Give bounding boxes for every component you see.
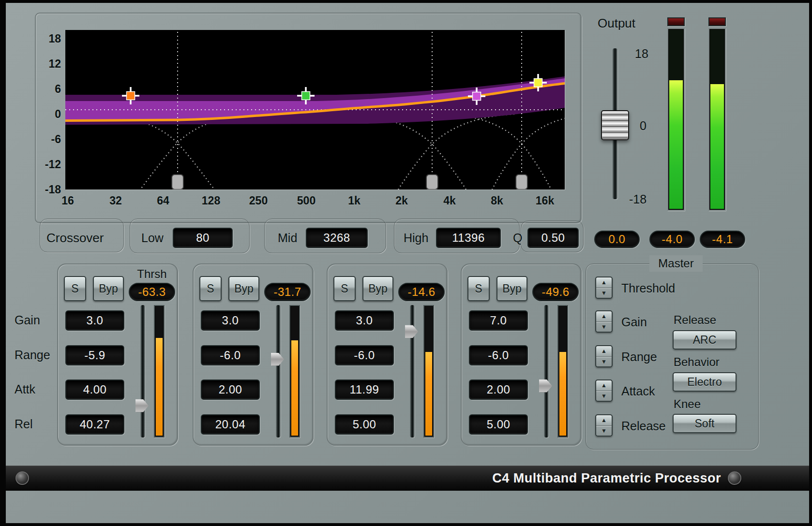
band3-solo-button[interactable]: S (333, 276, 356, 301)
wavesystem-button-left[interactable] (15, 471, 29, 485)
crossover-mid-label: Mid (278, 231, 297, 245)
clip-led-right[interactable] (708, 17, 726, 26)
x-axis-tick-label: 8k (480, 193, 514, 208)
band2-threshold-slider[interactable] (270, 305, 286, 438)
band1-bypass-button[interactable]: Byp (93, 276, 124, 301)
output-meter-left (667, 28, 685, 211)
band4-range-value[interactable]: -6.0 (469, 345, 528, 365)
output-meter-left-readout[interactable]: -4.0 (649, 231, 695, 248)
band4-meter-fill (559, 352, 566, 436)
crossover-q-value[interactable]: 0.50 (527, 228, 579, 248)
y-axis-tick-label: 6 (37, 82, 61, 96)
band4-attack-value[interactable]: 2.00 (469, 380, 528, 400)
band2-gain-reduction-meter (289, 305, 300, 438)
crossover-mid-value[interactable]: 3268 (306, 228, 368, 248)
output-meter-left-fill (669, 80, 683, 209)
band1-attack-value[interactable]: 4.00 (65, 380, 124, 400)
behavior-button[interactable]: Electro (673, 372, 737, 392)
slider-handle[interactable] (271, 353, 284, 366)
behavior-label: Behavior (674, 355, 720, 369)
spinner-up-icon[interactable]: ▲ (596, 346, 612, 357)
band1-gain-reduction-meter (154, 305, 165, 438)
band2-gain-value[interactable]: 3.0 (201, 310, 260, 331)
spinner-up-icon[interactable]: ▲ (596, 415, 612, 426)
band3-threshold-value[interactable]: -14.6 (398, 283, 445, 301)
slider-track (410, 305, 415, 438)
output-meter-right-readout[interactable]: -4.1 (700, 231, 745, 248)
y-axis-tick-label: 18 (37, 31, 61, 46)
band3-gain-value[interactable]: 3.0 (335, 310, 394, 331)
master-release-spinner[interactable]: ▲ ▼ (595, 414, 613, 437)
crossover-high-value[interactable]: 11396 (436, 228, 501, 248)
band1-gain-value[interactable]: 3.0 (65, 310, 124, 331)
band3-threshold-slider[interactable] (404, 305, 421, 438)
spinner-up-icon[interactable]: ▲ (596, 380, 612, 391)
band2-release-value[interactable]: 20.04 (201, 414, 260, 435)
band3-attack-value[interactable]: 11.99 (335, 380, 394, 400)
band2-attack-value[interactable]: 2.00 (201, 380, 260, 400)
band4-threshold-slider[interactable] (538, 305, 555, 438)
band2-bypass-button[interactable]: Byp (228, 276, 259, 301)
x-axis-tick-label: 1k (337, 193, 371, 208)
title-bar: C4 Multiband Parametric Processor (6, 466, 809, 491)
band2-solo-button[interactable]: S (199, 276, 222, 301)
band3-range-value[interactable]: -6.0 (335, 345, 394, 365)
spinner-up-icon[interactable]: ▲ (596, 311, 612, 322)
band3-meter-fill (425, 352, 432, 436)
spinner-down-icon[interactable]: ▼ (596, 391, 612, 401)
range-row-label: Range (15, 348, 50, 362)
release-mode-button[interactable]: ARC (673, 330, 737, 350)
spinner-down-icon[interactable]: ▼ (596, 322, 612, 332)
band1-range-value[interactable]: -5.9 (65, 345, 124, 365)
output-fader-knob[interactable] (601, 110, 629, 140)
band4-panel: S Byp -49.6 7.0 -6.0 2.00 5.00 (461, 263, 582, 446)
knee-button[interactable]: Soft (673, 414, 737, 433)
band2-threshold-value[interactable]: -31.7 (264, 283, 311, 301)
band4-bypass-button[interactable]: Byp (496, 276, 527, 301)
band2-range-value[interactable]: -6.0 (201, 345, 260, 365)
slider-handle[interactable] (539, 380, 552, 393)
band1-threshold-value[interactable]: -63.3 (129, 283, 175, 301)
spinner-up-icon[interactable]: ▲ (596, 278, 612, 288)
band4-threshold-value[interactable]: -49.6 (532, 283, 579, 301)
band1-release-value[interactable]: 40.27 (65, 414, 124, 435)
band1-threshold-slider[interactable] (135, 305, 151, 438)
band3-release-value[interactable]: 5.00 (335, 414, 394, 435)
spinner-down-icon[interactable]: ▼ (596, 426, 612, 436)
band4-gain-value[interactable]: 7.0 (469, 310, 528, 331)
spinner-down-icon[interactable]: ▼ (596, 288, 612, 298)
output-fader-readout[interactable]: 0.0 (594, 231, 640, 248)
crossover-low-value[interactable]: 80 (173, 228, 233, 248)
crossover-low-label: Low (141, 231, 164, 245)
clip-led-left[interactable] (667, 17, 685, 26)
band4-release-value[interactable]: 5.00 (469, 414, 528, 435)
band3-gain-reduction-meter (423, 305, 434, 438)
master-threshold-spinner[interactable]: ▲ ▼ (595, 277, 613, 299)
x-axis-tick-label: 250 (241, 193, 275, 208)
x-axis-tick-label: 2k (385, 193, 419, 208)
x-axis-tick-label: 32 (99, 193, 133, 208)
fader-scale-mid: 0 (640, 119, 647, 133)
master-gain-spinner[interactable]: ▲ ▼ (595, 310, 613, 333)
x-axis-tick-label: 128 (194, 193, 228, 208)
crossover-filter-curves (92, 113, 565, 190)
band1-solo-button[interactable]: S (64, 276, 86, 301)
slider-handle[interactable] (135, 399, 149, 412)
slider-track (276, 305, 281, 438)
master-section-label: Master (649, 255, 703, 272)
x-axis-tick-label: 16k (528, 193, 562, 208)
band4-solo-button[interactable]: S (467, 276, 490, 301)
master-attack-label: Attack (621, 384, 655, 398)
master-range-label: Range (621, 350, 657, 364)
wavesystem-button-right[interactable] (728, 471, 741, 485)
band3-bypass-button[interactable]: Byp (362, 276, 393, 301)
slider-handle[interactable] (405, 325, 418, 338)
x-axis-tick-label: 64 (146, 193, 180, 208)
spinner-down-icon[interactable]: ▼ (596, 357, 612, 367)
x-axis-tick-label: 16 (51, 193, 85, 208)
crossover-q-label: Q (513, 231, 522, 245)
output-fader[interactable] (601, 48, 629, 199)
master-range-spinner[interactable]: ▲ ▼ (595, 345, 613, 367)
master-attack-spinner[interactable]: ▲ ▼ (595, 380, 613, 402)
band1-panel: S Byp Thrsh -63.3 3.0 -5.9 4.00 40.27 (57, 263, 178, 446)
